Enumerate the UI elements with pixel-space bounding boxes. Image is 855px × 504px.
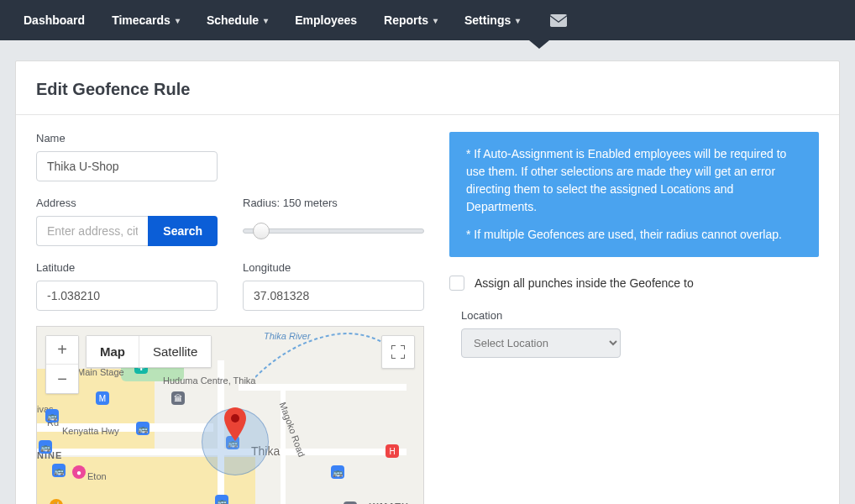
address-input[interactable] bbox=[36, 216, 148, 246]
map-type-switch: Map Satellite bbox=[86, 335, 212, 368]
longitude-label: Longitude bbox=[243, 261, 424, 274]
map-pin-icon[interactable] bbox=[224, 407, 246, 441]
name-label: Name bbox=[36, 132, 218, 144]
chevron-down-icon: ▾ bbox=[176, 16, 180, 25]
chevron-down-icon: ▾ bbox=[264, 16, 268, 25]
poi-icon: 🚌 bbox=[136, 422, 149, 435]
map-label-kenyatta: Kenyatta Hwy bbox=[62, 426, 119, 436]
chevron-down-icon: ▾ bbox=[516, 16, 520, 25]
page-title: Edit Geofence Rule bbox=[36, 80, 819, 99]
active-tab-pointer bbox=[529, 40, 549, 49]
assign-checkbox[interactable] bbox=[449, 276, 464, 291]
poi-icon: H bbox=[386, 444, 399, 458]
top-nav: Dashboard Timecards▾ Schedule▾ Employees… bbox=[0, 0, 855, 40]
poi-icon: 🚌 bbox=[45, 409, 59, 423]
radius-label: Radius: 150 meters bbox=[243, 197, 424, 209]
latitude-input[interactable] bbox=[36, 281, 218, 311]
poi-icon: M bbox=[96, 391, 109, 405]
map-zoom-in-button[interactable]: + bbox=[46, 336, 78, 365]
poi-icon: 🚌 bbox=[331, 465, 344, 479]
location-select[interactable]: Select Location bbox=[461, 328, 621, 358]
radius-slider-track[interactable] bbox=[243, 228, 424, 234]
nav-timecards[interactable]: Timecards▾ bbox=[112, 13, 180, 27]
geofence-panel: Edit Geofence Rule Name Address bbox=[15, 60, 840, 504]
poi-icon: 🏛 bbox=[171, 391, 185, 405]
mail-icon[interactable] bbox=[550, 14, 567, 27]
map[interactable]: Thika River Main Stage Huduma Centre, Th… bbox=[36, 326, 424, 504]
poi-icon: 🚌 bbox=[52, 464, 66, 477]
map-label-river: Thika River bbox=[264, 331, 311, 341]
nav-employees[interactable]: Employees bbox=[295, 13, 357, 27]
info-text-2: * If multiple Geofences are used, their … bbox=[466, 226, 802, 244]
nav-reports[interactable]: Reports▾ bbox=[384, 13, 438, 27]
map-label-mainstage: Main Stage bbox=[77, 367, 124, 377]
map-type-map-button[interactable]: Map bbox=[87, 336, 139, 367]
map-label-huduma: Huduma Centre, Thika bbox=[163, 375, 255, 386]
nav-schedule[interactable]: Schedule▾ bbox=[207, 13, 268, 27]
latitude-label: Latitude bbox=[36, 261, 218, 274]
nav-dashboard[interactable]: Dashboard bbox=[24, 13, 85, 27]
svg-point-1 bbox=[231, 414, 239, 423]
poi-icon: 🚌 bbox=[215, 495, 228, 504]
map-fullscreen-button[interactable] bbox=[381, 335, 415, 369]
info-box: * If Auto-Assignment is Enabled employee… bbox=[449, 132, 819, 257]
radius-slider-handle[interactable] bbox=[253, 223, 270, 239]
poi-icon: ● bbox=[72, 465, 86, 479]
location-label: Location bbox=[461, 309, 819, 322]
address-label: Address bbox=[36, 197, 218, 209]
name-input[interactable] bbox=[36, 151, 218, 181]
map-type-satellite-button[interactable]: Satellite bbox=[139, 336, 211, 367]
map-zoom-control: + − bbox=[45, 335, 79, 394]
fullscreen-icon bbox=[391, 345, 405, 359]
info-text-1: * If Auto-Assignment is Enabled employee… bbox=[466, 145, 802, 216]
longitude-input[interactable] bbox=[243, 281, 424, 311]
map-zoom-out-button[interactable]: − bbox=[46, 365, 78, 393]
chevron-down-icon: ▾ bbox=[433, 16, 438, 25]
map-label-eton: Eton bbox=[87, 471, 107, 481]
search-button[interactable]: Search bbox=[148, 216, 218, 246]
poi-icon: 🚌 bbox=[39, 440, 52, 454]
nav-settings[interactable]: Settings▾ bbox=[464, 13, 520, 27]
assign-checkbox-label: Assign all punches inside the Geofence t… bbox=[475, 276, 694, 290]
svg-rect-0 bbox=[550, 14, 567, 27]
